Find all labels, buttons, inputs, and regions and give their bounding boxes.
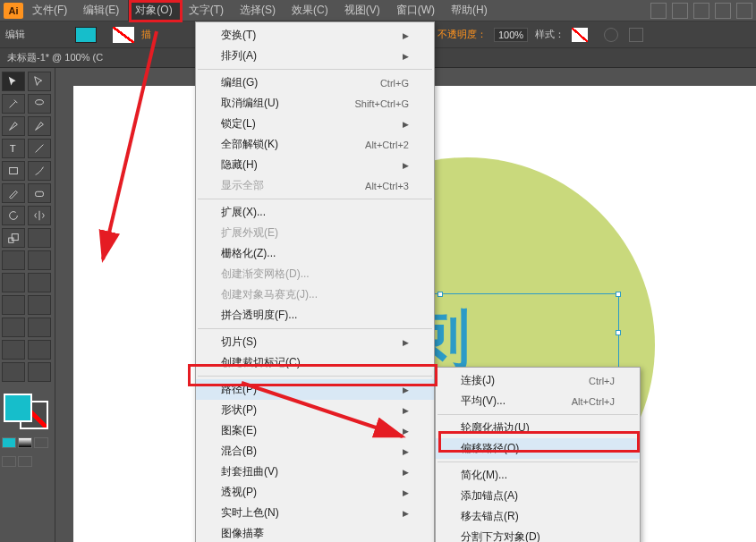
object-menu-item-21[interactable]: 形状(P) [196,400,434,420]
type-tool[interactable]: T [2,139,25,158]
workspace-icon-2[interactable] [672,3,688,19]
eyedropper-tool[interactable] [2,295,25,315]
menu-item-label: 平均(V)... [461,394,505,409]
object-menu-item-20[interactable]: 路径(P) [196,379,434,400]
direct-selection-tool[interactable] [28,72,51,91]
object-menu-item-27[interactable]: 图像描摹 [196,523,434,542]
menu-window[interactable]: 窗口(W) [389,0,442,21]
menu-object[interactable]: 对象(O) [128,0,179,21]
align-icon[interactable] [629,28,643,42]
object-menu-item-17[interactable]: 切片(S) [196,332,434,352]
menu-item-label: 移去锚点(R) [461,509,519,524]
menu-item-shortcut: Ctrl+J [589,376,615,386]
style-swatch[interactable] [572,28,588,42]
object-menu-item-7[interactable]: 隐藏(H) [196,155,434,175]
path-submenu-item-3[interactable]: 轮廓化描边(U) [436,418,640,438]
reflect-tool[interactable] [28,206,51,225]
path-submenu-item-7[interactable]: 添加锚点(A) [436,486,640,506]
zoom-tool[interactable] [28,362,51,382]
eraser-tool[interactable] [28,183,51,203]
menu-item-label: 轮廓化描边(U) [461,420,530,436]
gradient-tool[interactable] [28,273,51,292]
path-submenu-item-9[interactable]: 分割下方对象(D) [436,527,640,542]
menu-item-shortcut: Shift+Ctrl+G [354,98,409,109]
opacity-value[interactable]: 100% [494,28,528,42]
menu-item-label: 编组(G) [221,75,258,90]
object-menu-item-3[interactable]: 编组(G)Ctrl+G [196,72,434,93]
object-menu-item-0[interactable]: 变换(T) [196,25,434,46]
menubar: Ai 文件(F) 编辑(E) 对象(O) 文字(T) 选择(S) 效果(C) 视… [0,0,756,21]
menu-file[interactable]: 文件(F) [25,0,74,21]
opacity-label: 不透明度： [437,28,487,41]
stroke-swatch[interactable] [113,27,134,43]
line-tool[interactable] [28,139,51,158]
perspective-tool[interactable] [28,250,51,270]
color-mode-solid[interactable] [2,437,16,448]
object-menu-item-23[interactable]: 混合(B) [196,441,434,462]
object-menu-item-24[interactable]: 封套扭曲(V) [196,462,434,482]
fill-stroke-indicator[interactable] [2,392,50,431]
add-anchor-tool[interactable] [28,116,51,136]
path-submenu-item-4[interactable]: 偏移路径(O)... [436,438,640,459]
pencil-tool[interactable] [2,183,25,203]
screen-mode-normal[interactable] [2,456,16,467]
column-graph-tool[interactable] [28,318,51,337]
workspace-icon-1[interactable] [650,3,667,19]
menu-type[interactable]: 文字(T) [182,0,231,21]
object-menu-item-25[interactable]: 透视(P) [196,482,434,503]
selection-tool[interactable] [2,72,25,91]
object-menu-item-10[interactable]: 扩展(X)... [196,202,434,223]
screen-mode-chips [2,456,32,467]
artboard-tool[interactable] [2,340,25,360]
hand-tool[interactable] [2,362,25,382]
object-menu-item-18[interactable]: 创建裁切标记(C) [196,352,434,373]
menu-view[interactable]: 视图(V) [337,0,387,21]
object-menu-item-22[interactable]: 图案(E) [196,420,434,441]
menu-effect[interactable]: 效果(C) [285,0,336,21]
magic-wand-tool[interactable] [2,94,25,114]
object-menu-item-1[interactable]: 排列(A) [196,46,434,66]
svg-point-0 [36,100,44,105]
path-submenu-item-8[interactable]: 移去锚点(R) [436,506,640,527]
rotate-tool[interactable] [2,206,25,225]
shape-builder-tool[interactable] [2,250,25,270]
menu-item-shortcut: Alt+Ctrl+J [572,396,615,407]
lasso-tool[interactable] [28,94,51,114]
menu-item-label: 隐藏(H) [221,157,258,173]
workspace-icon-5[interactable] [736,3,752,19]
paintbrush-tool[interactable] [28,161,51,181]
mesh-tool[interactable] [2,273,25,292]
scale-tool[interactable] [2,228,25,248]
path-submenu-item-0[interactable]: 连接(J)Ctrl+J [436,370,640,391]
path-submenu-item-1[interactable]: 平均(V)...Alt+Ctrl+J [436,391,640,411]
color-mode-none[interactable] [34,437,48,448]
menu-help[interactable]: 帮助(H) [444,0,495,21]
object-menu-item-4[interactable]: 取消编组(U)Shift+Ctrl+G [196,93,434,114]
symbol-sprayer-tool[interactable] [2,318,25,337]
svg-rect-3 [10,168,18,174]
workspace-icon-3[interactable] [693,3,709,19]
menu-edit[interactable]: 编辑(E) [76,0,126,21]
workspace-icon-4[interactable] [715,3,731,19]
screen-mode-full[interactable] [18,456,32,467]
tools-panel: T [0,68,55,542]
width-tool[interactable] [28,228,51,248]
path-submenu-item-6[interactable]: 简化(M)... [436,465,640,486]
menu-item-label: 全部解锁(K) [221,137,278,152]
object-menu-item-15[interactable]: 拼合透明度(F)... [196,305,434,326]
fill-swatch[interactable] [75,27,97,43]
blend-tool[interactable] [28,295,51,315]
color-mode-gradient[interactable] [18,437,32,448]
recolor-icon[interactable] [604,28,618,42]
pen-tool[interactable] [2,116,25,136]
menu-select[interactable]: 选择(S) [233,0,283,21]
slice-tool[interactable] [28,340,51,360]
menu-item-label: 变换(T) [221,28,256,43]
svg-rect-4 [36,191,44,196]
object-menu-item-26[interactable]: 实时上色(N) [196,503,434,523]
object-menu-item-5[interactable]: 锁定(L) [196,114,434,134]
object-menu-item-12[interactable]: 栅格化(Z)... [196,243,434,264]
fill-indicator[interactable] [4,394,32,422]
rectangle-tool[interactable] [2,161,25,181]
object-menu-item-6[interactable]: 全部解锁(K)Alt+Ctrl+2 [196,134,434,155]
